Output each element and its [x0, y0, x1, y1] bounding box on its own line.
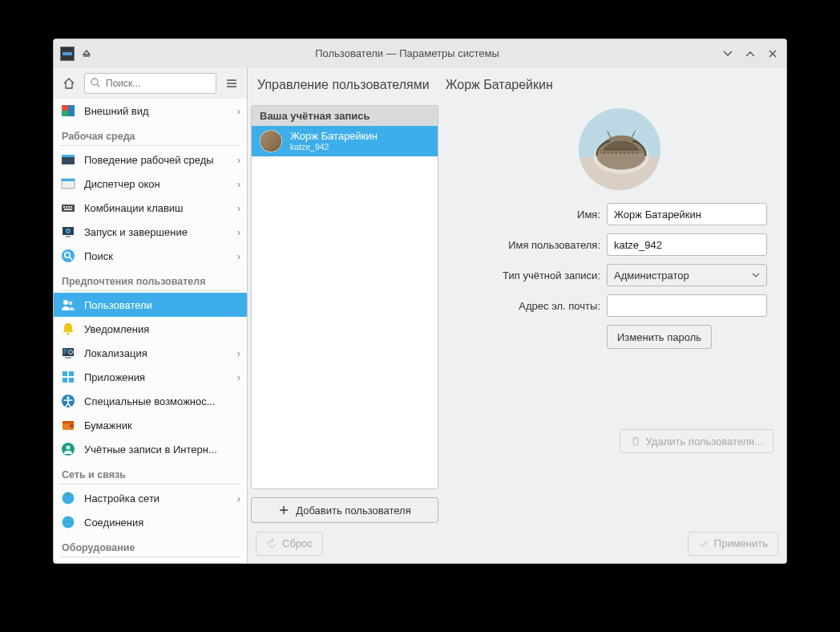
svg-rect-3	[68, 105, 75, 116]
chevron-right-icon: ›	[237, 178, 240, 190]
breadcrumb-root[interactable]: Управление пользователями	[257, 78, 430, 92]
add-user-label: Добавить пользователя	[296, 504, 410, 517]
svg-point-0	[91, 79, 98, 85]
sidebar-item-wallet[interactable]: Бумажник	[54, 413, 247, 437]
sidebar-item-label: Приложения	[84, 371, 229, 383]
search-input[interactable]	[84, 73, 216, 94]
svg-rect-9	[63, 206, 65, 208]
locale-icon	[60, 345, 76, 361]
svg-rect-11	[68, 206, 70, 208]
chevron-right-icon: ›	[237, 226, 240, 238]
sidebar-item-connections[interactable]: Соединения	[54, 510, 247, 534]
check-icon	[698, 538, 709, 549]
search-icon	[90, 77, 101, 88]
svg-point-35	[67, 446, 71, 450]
sidebar-item-label: Внешний вид	[84, 105, 229, 117]
sidebar-item-label: Локализация	[84, 347, 229, 359]
chevron-right-icon: ›	[237, 250, 240, 262]
sidebar-item-network-settings[interactable]: Настройка сети ›	[54, 486, 247, 510]
category-hardware: Оборудование	[54, 534, 247, 555]
breadcrumb-current[interactable]: Жорж Батарейкин	[446, 78, 553, 92]
plus-icon	[278, 504, 289, 516]
apply-label: Применить	[714, 537, 768, 549]
breadcrumb: Управление пользователями Жорж Батарейки…	[248, 68, 786, 102]
chevron-right-icon: ›	[237, 154, 240, 166]
svg-rect-15	[66, 236, 71, 237]
svg-rect-32	[63, 421, 74, 423]
sidebar-item-label: Уведомления	[84, 323, 240, 335]
user-list-header: Ваша учётная запись	[252, 106, 438, 126]
sidebar-item-label: Диспетчер окон	[84, 178, 229, 190]
apply-button: Применить	[688, 532, 778, 556]
maximize-button[interactable]	[743, 47, 757, 61]
category-workspace: Рабочая среда	[54, 123, 247, 144]
undo-icon	[266, 538, 277, 549]
sidebar-item-shortcuts[interactable]: Комбинации клавиш ›	[54, 196, 247, 220]
email-field[interactable]	[607, 294, 767, 317]
online-accounts-icon	[60, 441, 76, 457]
sidebar-item-window-management[interactable]: Диспетчер окон ›	[54, 172, 247, 196]
chevron-right-icon: ›	[237, 347, 240, 359]
sidebar-item-label: Комбинации клавиш	[84, 202, 229, 214]
trash-icon	[630, 436, 641, 447]
sidebar-item-notifications[interactable]: Уведомления	[54, 317, 247, 341]
svg-rect-25	[63, 371, 67, 376]
sidebar-item-regional[interactable]: Локализация ›	[54, 341, 247, 365]
sidebar-item-search[interactable]: Поиск ›	[54, 244, 247, 268]
name-label: Имя:	[472, 209, 600, 221]
email-label: Адрес эл. почты:	[472, 300, 600, 312]
account-type-value: Администратор	[614, 269, 689, 282]
svg-rect-5	[62, 155, 75, 157]
users-icon	[60, 297, 76, 313]
sidebar-item-label: Специальные возможнос...	[84, 395, 240, 407]
keep-above-icon[interactable]	[79, 47, 94, 61]
workspace-icon	[60, 152, 76, 168]
user-display-name: Жорж Батарейкин	[290, 131, 378, 143]
reset-button: Сброс	[256, 532, 323, 556]
titlebar: Пользователи — Параметры системы	[54, 39, 786, 68]
category-network: Сеть и связь	[54, 461, 247, 482]
reset-label: Сброс	[282, 537, 313, 549]
search-cat-icon	[60, 248, 76, 264]
sidebar-item-label: Бумажник	[84, 419, 240, 431]
account-type-label: Тип учётной записи:	[472, 269, 600, 282]
sidebar-item-accessibility[interactable]: Специальные возможнос...	[54, 389, 247, 413]
avatar[interactable]	[579, 108, 660, 190]
svg-rect-7	[62, 179, 75, 181]
sidebar-item-label: Пользователи	[84, 299, 240, 311]
user-list-item[interactable]: Жорж Батарейкин katze_942	[252, 126, 438, 156]
change-password-button[interactable]: Изменить пароль	[607, 325, 712, 349]
bell-icon	[60, 321, 76, 337]
sidebar-item-users[interactable]: Пользователи	[54, 293, 247, 317]
svg-rect-10	[66, 206, 67, 208]
username-label: Имя пользователя:	[472, 239, 600, 251]
footer: Сброс Применить	[248, 523, 786, 563]
svg-rect-26	[69, 371, 74, 376]
delete-user-label: Удалить пользователя...	[646, 436, 763, 448]
home-button[interactable]	[59, 73, 79, 94]
add-user-button[interactable]: Добавить пользователя	[251, 497, 438, 523]
close-button[interactable]	[765, 47, 780, 61]
sidebar-item-applications[interactable]: Приложения ›	[54, 365, 247, 389]
sidebar-item-label: Поиск	[84, 250, 229, 262]
sidebar-item-workspace-behaviour[interactable]: Поведение рабочей среды ›	[54, 148, 247, 172]
category-userpref: Предпочтения пользователя	[54, 268, 247, 289]
svg-rect-27	[63, 378, 67, 383]
sidebar-item-label: Поведение рабочей среды	[84, 154, 229, 166]
account-type-select[interactable]: Администратор	[607, 264, 767, 286]
minimize-button[interactable]	[721, 47, 735, 61]
sidebar-item-label: Запуск и завершение	[84, 226, 229, 238]
sidebar-item-startup[interactable]: Запуск и завершение ›	[54, 220, 247, 244]
name-field[interactable]	[607, 203, 767, 225]
connections-icon	[60, 514, 76, 530]
svg-rect-13	[64, 209, 72, 210]
startup-icon	[60, 224, 76, 240]
username-field[interactable]	[607, 233, 767, 256]
menu-icon	[225, 77, 238, 90]
sidebar-item-appearance[interactable]: Внешний вид ›	[54, 99, 247, 123]
svg-point-21	[67, 332, 69, 334]
globe-icon	[60, 490, 76, 506]
svg-point-20	[69, 302, 73, 306]
sidebar-item-online-accounts[interactable]: Учётные записи в Интерн...	[54, 437, 247, 461]
hamburger-button[interactable]	[221, 73, 242, 94]
